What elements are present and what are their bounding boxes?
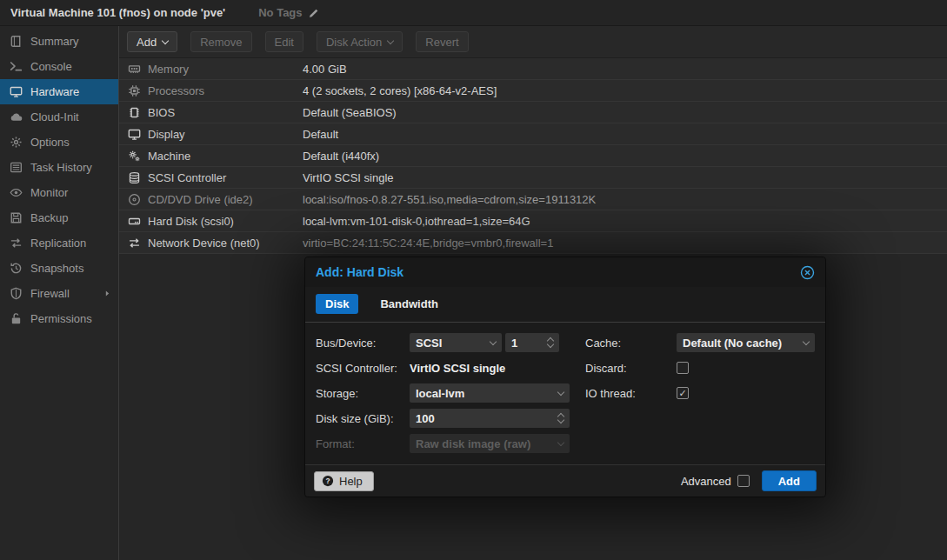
hardware-row-value: local-lvm:vm-101-disk-0,iothread=1,size=… — [303, 215, 947, 228]
svg-text:?: ? — [325, 477, 330, 485]
hardware-row-label: BIOS — [148, 106, 175, 119]
sidebar-item-monitor[interactable]: Monitor — [0, 180, 118, 205]
chevron-down-icon — [490, 337, 497, 344]
unlock-icon — [10, 312, 23, 325]
help-button[interactable]: ? Help — [314, 471, 374, 491]
storage-value: local-lvm — [416, 387, 558, 400]
tags-editor[interactable]: No Tags — [258, 6, 319, 19]
tab-disk[interactable]: Disk — [316, 294, 358, 314]
dialog-footer: ? Help Advanced Add — [305, 464, 825, 497]
toolbar-button-add[interactable]: Add — [127, 31, 177, 52]
hardware-row-machine[interactable]: MachineDefault (i440fx) — [119, 145, 947, 167]
sidebar-item-hardware[interactable]: Hardware — [0, 79, 118, 104]
hardware-row-hard-disk-scsi0[interactable]: Hard Disk (scsi0)local-lvm:vm-101-disk-0… — [119, 210, 947, 232]
hardware-row-network-device-net0[interactable]: Network Device (net0)virtio=BC:24:11:5C:… — [119, 232, 947, 254]
hardware-row-value: Default (i440fx) — [303, 150, 947, 163]
hardware-row-label: CD/DVD Drive (ide2) — [148, 193, 253, 206]
floppy-icon — [10, 211, 23, 224]
sidebar-item-cloud-init[interactable]: Cloud-Init — [0, 104, 118, 130]
hardware-row-value: Default (SeaBIOS) — [303, 106, 947, 119]
hardware-row-label: Hard Disk (scsi0) — [148, 215, 234, 228]
sidebar-nav: SummaryConsoleHardwareCloud-InitOptionsT… — [0, 26, 119, 560]
tags-label: No Tags — [258, 6, 302, 19]
hardware-row-memory[interactable]: Memory4.00 GiB — [119, 58, 947, 80]
tab-bandwidth[interactable]: Bandwidth — [370, 294, 447, 314]
hardware-row-label: Display — [148, 128, 185, 141]
hardware-row-scsi-controller[interactable]: SCSI ControllerVirtIO SCSI single — [119, 167, 947, 189]
discard-label: Discard: — [585, 362, 677, 375]
chevron-down-icon — [162, 37, 169, 43]
close-icon[interactable] — [800, 265, 815, 280]
format-value: Raw disk image (raw) — [416, 437, 558, 450]
hardware-row-value: 4.00 GiB — [303, 63, 947, 76]
sidebar-item-label: Hardware — [30, 85, 79, 98]
cdrom-icon — [128, 193, 141, 206]
sidebar-item-backup[interactable]: Backup — [0, 205, 118, 230]
hardware-row-label: SCSI Controller — [148, 171, 226, 184]
sidebar-item-summary[interactable]: Summary — [0, 29, 118, 54]
disk-size-spinner[interactable]: 100 — [410, 409, 570, 428]
dialog-add-button[interactable]: Add — [762, 470, 817, 491]
storage-select[interactable]: local-lvm — [410, 383, 570, 403]
sidebar-item-options[interactable]: Options — [0, 130, 118, 155]
advanced-checkbox[interactable] — [737, 475, 750, 487]
network-icon — [128, 237, 141, 250]
dialog-header[interactable]: Add: Hard Disk — [305, 257, 825, 287]
sidebar-item-label: Console — [30, 60, 72, 73]
pencil-icon — [308, 7, 320, 19]
hardware-row-bios[interactable]: BIOSDefault (SeaBIOS) — [119, 102, 947, 123]
sidebar-item-label: Backup — [30, 211, 68, 224]
hardware-row-label: Memory — [148, 63, 189, 76]
form-column-right: Cache: Default (No cache) Discard: IO th… — [585, 333, 815, 461]
cache-select[interactable]: Default (No cache) — [677, 333, 815, 352]
hardware-toolbar: AddRemoveEditDisk ActionRevert — [119, 26, 947, 58]
sidebar-item-permissions[interactable]: Permissions — [0, 306, 118, 331]
hardware-row-processors[interactable]: Processors4 (2 sockets, 2 cores) [x86-64… — [119, 80, 947, 102]
toolbar-button-revert: Revert — [416, 31, 468, 52]
sidebar-item-replication[interactable]: Replication — [0, 230, 118, 256]
bus-number-spinner[interactable]: 1 — [505, 333, 559, 352]
hardware-row-value: virtio=BC:24:11:5C:24:4E,bridge=vmbr0,fi… — [303, 237, 947, 250]
hardware-row-label: Processors — [148, 84, 204, 97]
sidebar-item-label: Options — [30, 136, 70, 149]
toolbar-button-label: Revert — [425, 36, 458, 49]
chevron-down-icon — [803, 337, 810, 344]
window-header: Virtual Machine 101 (fnos) on node 'pve'… — [0, 0, 947, 26]
sidebar-item-firewall[interactable]: Firewall — [0, 281, 118, 306]
shield-icon — [10, 287, 23, 300]
page-title: Virtual Machine 101 (fnos) on node 'pve' — [10, 6, 225, 19]
io-thread-checkbox[interactable] — [677, 387, 689, 399]
sidebar-item-task-history[interactable]: Task History — [0, 155, 118, 180]
chevron-down-icon — [557, 438, 564, 445]
microchip-icon — [128, 106, 141, 119]
scsi-controller-value: VirtIO SCSI single — [410, 362, 505, 375]
toolbar-button-edit: Edit — [265, 31, 303, 52]
book-icon — [10, 35, 23, 48]
database-icon — [128, 171, 141, 184]
chevron-down-icon — [557, 388, 564, 395]
monitor-icon — [10, 85, 23, 98]
bus-device-label: Bus/Device: — [316, 337, 410, 350]
sidebar-item-console[interactable]: Console — [0, 54, 118, 79]
advanced-label: Advanced — [681, 475, 731, 488]
sidebar-item-label: Snapshots — [30, 262, 83, 275]
io-thread-label: IO thread: — [585, 387, 677, 400]
sidebar-item-label: Summary — [30, 35, 79, 48]
bus-type-select[interactable]: SCSI — [410, 333, 502, 352]
hardware-row-value: Default — [303, 128, 947, 141]
discard-checkbox[interactable] — [677, 362, 689, 374]
add-hard-disk-dialog: Add: Hard Disk DiskBandwidth Bus/Device:… — [304, 257, 826, 497]
hardware-row-value: 4 (2 sockets, 2 cores) [x86-64-v2-AES] — [303, 84, 947, 97]
dialog-title: Add: Hard Disk — [316, 265, 403, 279]
eye-icon — [10, 186, 23, 199]
form-column-left: Bus/Device: SCSI 1 SCSI Controller: Virt… — [316, 333, 570, 461]
sidebar-item-snapshots[interactable]: Snapshots — [0, 256, 118, 281]
hardware-row-cd-dvd-drive-ide2[interactable]: CD/DVD Drive (ide2)local:iso/fnos-0.8.27… — [119, 189, 947, 210]
sidebar-item-label: Permissions — [30, 312, 92, 325]
scsi-controller-label: SCSI Controller: — [316, 362, 410, 375]
sidebar-item-label: Firewall — [30, 287, 70, 300]
hardware-row-label: Network Device (net0) — [148, 237, 260, 250]
storage-label: Storage: — [316, 387, 410, 400]
hardware-row-display[interactable]: DisplayDefault — [119, 123, 947, 145]
gear-icon — [10, 136, 23, 149]
